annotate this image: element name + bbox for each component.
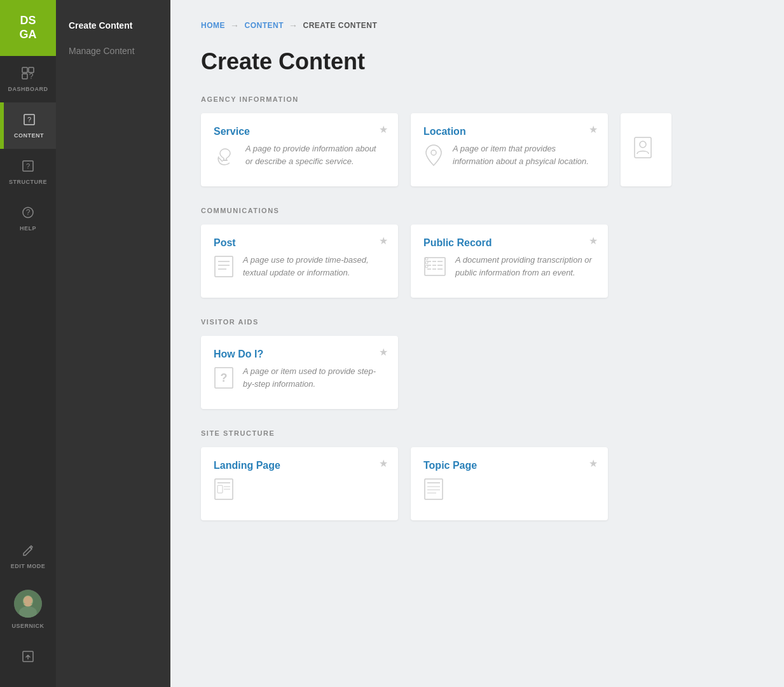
landing-page-star-icon[interactable]: ★ xyxy=(379,457,388,469)
section-agency-information: AGENCY INFORMATION ★ Service A page t xyxy=(201,95,753,186)
location-icon xyxy=(423,144,444,171)
card-how-do-i[interactable]: ★ How Do I? ? A page or item used to pro… xyxy=(201,336,398,409)
section-communications: COMMUNICATIONS ★ Post A page use to p xyxy=(201,207,753,298)
svg-text:?: ? xyxy=(221,371,228,384)
svg-text:?: ? xyxy=(26,208,31,217)
section-label-site-structure: SITE STRUCTURE xyxy=(201,429,753,437)
help-label: HELP xyxy=(20,225,36,232)
sidebar-item-structure[interactable]: ? STRUCTURE xyxy=(0,149,56,195)
agency-cards-grid: ★ Service A page to provide information … xyxy=(201,113,753,186)
service-card-description: A page to provide information about or d… xyxy=(245,142,385,167)
how-do-i-card-body: ? A page or item used to provide step-by… xyxy=(214,365,385,394)
svg-point-15 xyxy=(431,150,436,155)
visitor-aids-cards-grid: ★ How Do I? ? A page or item used to pro… xyxy=(201,336,753,409)
card-public-record[interactable]: ★ Public Record xyxy=(411,225,608,298)
sidebar-item-dashboard[interactable]: ? DASHBOARD xyxy=(0,56,56,102)
how-do-i-icon: ? xyxy=(214,366,234,394)
main-content: HOME → CONTENT → CREATE CONTENT Create C… xyxy=(170,0,784,687)
user-avatar xyxy=(14,590,42,618)
content-icon: ? xyxy=(22,113,36,130)
card-landing-page[interactable]: ★ Landing Page xyxy=(201,447,398,520)
structure-icon: ? xyxy=(21,159,35,176)
service-icon xyxy=(214,144,237,171)
sub-sidebar-item-manage-content[interactable]: Manage Content xyxy=(56,38,170,64)
svg-point-13 xyxy=(24,596,32,605)
public-record-icon xyxy=(423,255,446,282)
section-label-visitor-aids: VISITOR AIDS xyxy=(201,318,753,326)
breadcrumb-current: CREATE CONTENT xyxy=(303,21,378,30)
svg-text:?: ? xyxy=(29,72,34,80)
logo[interactable]: DSGA xyxy=(0,0,56,56)
location-card-body: A page or item that provides information… xyxy=(423,142,595,171)
public-record-card-body: A document providing transcription or pu… xyxy=(423,254,595,282)
edit-mode-label: EDIT MODE xyxy=(11,563,46,569)
sidebar-item-upload[interactable] xyxy=(0,639,56,677)
page-title: Create Content xyxy=(201,48,753,75)
card-location[interactable]: ★ Location A page or item that provides … xyxy=(411,113,608,186)
help-icon: ? xyxy=(21,205,35,223)
card-person-partial[interactable] xyxy=(621,113,671,186)
card-post[interactable]: ★ Post A page use to provide time-based,… xyxy=(201,225,398,298)
icon-nav-bottom: EDIT MODE USERNICK xyxy=(0,533,56,687)
topic-page-card-body xyxy=(423,476,595,505)
svg-rect-42 xyxy=(425,479,443,499)
structure-label: STRUCTURE xyxy=(9,179,47,185)
service-card-title: Service xyxy=(214,126,385,137)
sidebar-item-user[interactable]: USERNICK xyxy=(0,579,56,639)
svg-rect-2 xyxy=(22,74,27,79)
icon-nav: ? DASHBOARD ? CONTENT ? STRUCTURE xyxy=(0,56,56,533)
service-star-icon[interactable]: ★ xyxy=(379,123,388,135)
topic-page-star-icon[interactable]: ★ xyxy=(589,457,598,469)
svg-rect-0 xyxy=(22,67,27,73)
post-card-title: Post xyxy=(214,237,385,249)
content-label: CONTENT xyxy=(14,132,44,139)
svg-rect-39 xyxy=(217,485,223,493)
landing-page-card-title: Landing Page xyxy=(214,460,385,471)
dashboard-icon: ? xyxy=(21,66,35,83)
section-site-structure: SITE STRUCTURE ★ Landing Page xyxy=(201,429,753,520)
svg-rect-18 xyxy=(215,256,233,277)
how-do-i-card-description: A page or item used to provide step-by-s… xyxy=(243,365,385,390)
section-label-communications: COMMUNICATIONS xyxy=(201,207,753,214)
edit-mode-icon xyxy=(21,543,35,560)
landing-page-icon xyxy=(214,478,234,505)
card-service[interactable]: ★ Service A page to provide information … xyxy=(201,113,398,186)
breadcrumb-content[interactable]: CONTENT xyxy=(245,21,284,30)
sidebar-item-edit-mode[interactable]: EDIT MODE xyxy=(0,533,56,579)
communications-cards-grid: ★ Post A page use to provide time-based,… xyxy=(201,225,753,298)
post-card-description: A page use to provide time-based, textua… xyxy=(243,254,385,279)
site-structure-cards-grid: ★ Landing Page xyxy=(201,447,753,520)
card-topic-page[interactable]: ★ Topic Page xyxy=(411,447,608,520)
location-card-title: Location xyxy=(423,126,595,137)
breadcrumb-arrow-1: → xyxy=(230,20,240,31)
location-card-description: A page or item that provides information… xyxy=(453,142,595,167)
landing-page-card-body xyxy=(214,476,385,505)
sub-sidebar: Create Content Manage Content xyxy=(56,0,170,687)
logo-text: DSGA xyxy=(20,14,37,41)
sidebar-item-help[interactable]: ? HELP xyxy=(0,195,56,242)
post-star-icon[interactable]: ★ xyxy=(379,235,388,247)
usernick-label: USERNICK xyxy=(11,623,44,629)
upload-icon xyxy=(21,649,35,667)
sidebar-item-content[interactable]: ? CONTENT xyxy=(0,102,56,149)
topic-page-icon xyxy=(423,478,444,505)
topic-page-card-title: Topic Page xyxy=(423,460,595,471)
sub-sidebar-item-create-content[interactable]: Create Content xyxy=(56,13,170,38)
breadcrumb: HOME → CONTENT → CREATE CONTENT xyxy=(201,20,753,31)
icon-sidebar: DSGA ? DASHBOARD ? CONTENT xyxy=(0,0,56,687)
svg-point-33 xyxy=(425,261,428,264)
section-visitor-aids: VISITOR AIDS ★ How Do I? ? A page or ite… xyxy=(201,318,753,409)
section-label-agency: AGENCY INFORMATION xyxy=(201,95,753,103)
public-record-card-title: Public Record xyxy=(423,237,595,249)
svg-point-17 xyxy=(640,141,646,148)
location-star-icon[interactable]: ★ xyxy=(589,123,598,135)
public-record-star-icon[interactable]: ★ xyxy=(589,235,598,247)
svg-text:?: ? xyxy=(27,116,31,123)
how-do-i-star-icon[interactable]: ★ xyxy=(379,346,388,358)
breadcrumb-home[interactable]: HOME xyxy=(201,21,225,30)
person-icon xyxy=(633,136,659,163)
public-record-card-description: A document providing transcription or pu… xyxy=(455,254,595,279)
dashboard-label: DASHBOARD xyxy=(8,86,48,92)
service-card-body: A page to provide information about or d… xyxy=(214,142,385,171)
post-card-body: A page use to provide time-based, textua… xyxy=(214,254,385,282)
